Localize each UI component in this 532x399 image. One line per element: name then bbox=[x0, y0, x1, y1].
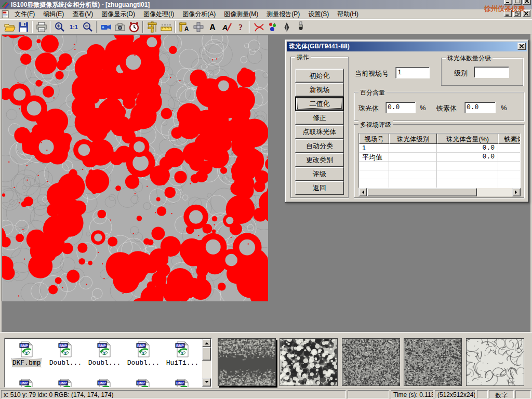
mdi-restore-button[interactable] bbox=[513, 10, 521, 17]
dialog-close-button[interactable] bbox=[517, 43, 526, 50]
metallograph-canvas[interactable] bbox=[2, 35, 268, 301]
grid-icon[interactable] bbox=[191, 20, 205, 34]
file-item-HuiTi...[interactable]: BMPHuiTi... bbox=[164, 341, 201, 367]
file-item-partial-1[interactable]: BMP bbox=[47, 379, 84, 388]
menu-item-1[interactable]: 编辑(E) bbox=[39, 9, 68, 20]
operation-group-label: 操作 bbox=[295, 53, 311, 62]
thumbnail-2[interactable] bbox=[342, 338, 400, 386]
scroll-down-button[interactable] bbox=[202, 378, 211, 387]
table-cell bbox=[359, 179, 389, 188]
toolbar: 1:1AAA? bbox=[0, 19, 532, 34]
table-row-empty-0[interactable] bbox=[359, 162, 521, 170]
svg-text:1:1: 1:1 bbox=[70, 24, 78, 30]
op-button-3[interactable]: 修正 bbox=[295, 111, 344, 125]
timer-icon[interactable] bbox=[127, 20, 141, 34]
file-item-Doubl...[interactable]: BMPDoubl... bbox=[86, 341, 123, 367]
document-icon[interactable] bbox=[1, 10, 10, 19]
op-button-2[interactable]: 二值化 bbox=[295, 97, 344, 111]
status-time: Time (s): 0.113 bbox=[391, 390, 433, 398]
table-row-data-0[interactable]: 10.0 bbox=[359, 144, 521, 153]
op-button-7[interactable]: 评级 bbox=[295, 167, 344, 181]
menu-item-2[interactable]: 查看(V) bbox=[68, 9, 97, 20]
menu-item-4[interactable]: 图像处理(I) bbox=[139, 9, 178, 20]
mdi-minimize-button[interactable] bbox=[503, 10, 512, 17]
menu-item-9[interactable]: 帮助(H) bbox=[333, 9, 363, 20]
text-icon[interactable]: A bbox=[205, 20, 219, 34]
file-name: Doubl... bbox=[49, 359, 82, 367]
pearlite-value-input[interactable]: 0.0 bbox=[385, 102, 416, 113]
thumbnail-1[interactable] bbox=[280, 338, 338, 386]
menu-item-7[interactable]: 测量报告(P) bbox=[262, 9, 304, 20]
maximize-button[interactable] bbox=[513, 0, 522, 5]
ferrite-value-input[interactable]: 0.0 bbox=[464, 102, 496, 113]
table-hscrollbar[interactable] bbox=[358, 188, 521, 196]
hscroll-thumb[interactable] bbox=[367, 188, 477, 196]
menu-item-3[interactable]: 图像显示(D) bbox=[97, 9, 139, 20]
op-button-8[interactable]: 返回 bbox=[295, 181, 344, 195]
file-item-partial-4[interactable]: BMP bbox=[164, 379, 201, 388]
table-row-empty-2[interactable] bbox=[359, 179, 521, 188]
help-icon[interactable]: ? bbox=[233, 20, 247, 34]
menu-item-8[interactable]: 设置(S) bbox=[304, 9, 333, 20]
print-icon[interactable] bbox=[34, 20, 48, 34]
file-item-partial-2[interactable]: BMP bbox=[86, 379, 123, 388]
dialog-title-bar[interactable]: 珠光体(GB/T9441-88) bbox=[287, 42, 527, 51]
zoom-in-icon[interactable] bbox=[52, 20, 66, 34]
caliper-icon[interactable] bbox=[145, 20, 159, 34]
capture-icon[interactable] bbox=[113, 20, 127, 34]
thumbnail-0[interactable] bbox=[218, 338, 276, 386]
class-markers-icon[interactable] bbox=[265, 20, 280, 34]
quantity-grading-label: 珠光体数量分级 bbox=[446, 54, 493, 63]
scroll-left-button[interactable] bbox=[358, 188, 367, 196]
menu-item-0[interactable]: 文件(F) bbox=[10, 9, 39, 20]
close-button[interactable] bbox=[523, 0, 531, 5]
file-vscrollbar[interactable] bbox=[202, 339, 211, 387]
file-name: Doubl... bbox=[88, 359, 121, 367]
op-button-4[interactable]: 点取珠光体 bbox=[295, 125, 344, 139]
dialog-title: 珠光体(GB/T9441-88) bbox=[289, 42, 350, 51]
file-item-Doubl...[interactable]: BMPDoubl... bbox=[47, 341, 84, 367]
toolbar-separator bbox=[96, 21, 97, 33]
vscroll-thumb[interactable] bbox=[202, 347, 211, 361]
thumbnail-3[interactable] bbox=[404, 338, 462, 386]
open-icon[interactable] bbox=[2, 20, 16, 34]
file-item-DKF.bmp[interactable]: BMPDKF.bmp bbox=[8, 341, 45, 367]
actual-size-icon[interactable]: 1:1 bbox=[66, 20, 81, 34]
brush-icon[interactable] bbox=[294, 20, 308, 34]
minimize-button[interactable] bbox=[504, 0, 512, 5]
file-browser[interactable]: BMPDKF.bmpBMPDoubl...BMPDoubl...BMPDoubl… bbox=[4, 338, 212, 388]
op-button-5[interactable]: 自动分类 bbox=[295, 139, 344, 153]
save-icon[interactable] bbox=[16, 20, 30, 34]
file-item-Doubl...[interactable]: BMPDoubl... bbox=[125, 341, 162, 367]
curve-tool-icon[interactable] bbox=[251, 20, 265, 34]
toolbar-separator bbox=[249, 21, 250, 33]
menu-item-6[interactable]: 图像测量(M) bbox=[220, 9, 262, 20]
file-item-partial-3[interactable]: BMP bbox=[125, 379, 162, 388]
svg-text:BMP: BMP bbox=[176, 344, 184, 348]
rating-table[interactable]: 视场号珠光体级别珠光体含量(%)铁素体10.0平均值0.0 bbox=[358, 133, 521, 188]
svg-text:A: A bbox=[209, 23, 216, 32]
op-button-0[interactable]: 初始化 bbox=[295, 69, 344, 83]
scroll-right-button[interactable] bbox=[512, 188, 521, 196]
pen-icon[interactable] bbox=[280, 20, 294, 34]
bottom-panel: BMPDKF.bmpBMPDoubl...BMPDoubl...BMPDoubl… bbox=[0, 332, 532, 389]
current-field-input[interactable]: 1 bbox=[395, 67, 430, 78]
annotate-icon[interactable]: A bbox=[219, 20, 233, 34]
table-cell bbox=[498, 170, 521, 179]
mdi-close-button[interactable] bbox=[522, 10, 530, 17]
measure-text-icon[interactable]: A bbox=[177, 20, 191, 34]
thumbnail-4[interactable] bbox=[466, 338, 524, 386]
menu-item-5[interactable]: 图像分析(A) bbox=[178, 9, 220, 20]
table-row-empty-1[interactable] bbox=[359, 170, 521, 179]
file-item-partial-0[interactable]: BMP bbox=[8, 379, 45, 388]
table-row-data-1[interactable]: 平均值0.0 bbox=[359, 153, 521, 162]
scroll-up-button[interactable] bbox=[202, 339, 211, 347]
ruler-icon[interactable] bbox=[159, 20, 173, 34]
svg-text:BMP: BMP bbox=[59, 381, 67, 385]
op-button-6[interactable]: 更改类别 bbox=[295, 153, 344, 167]
zoom-out-icon[interactable] bbox=[81, 20, 95, 34]
table-cell: 平均值 bbox=[359, 153, 389, 162]
level-input[interactable] bbox=[474, 66, 509, 78]
video-camera-icon[interactable] bbox=[99, 20, 113, 34]
op-button-1[interactable]: 新视场 bbox=[295, 83, 344, 97]
